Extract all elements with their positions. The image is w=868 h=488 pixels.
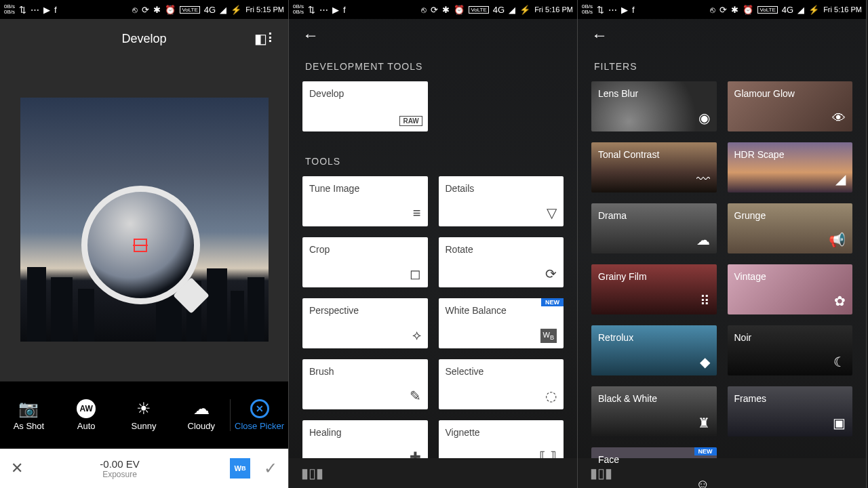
bottom-action-bar: ✕ -0.00 EV Exposure WB ✓ bbox=[0, 449, 288, 488]
compare-icon[interactable]: ◧⠇ bbox=[254, 30, 277, 47]
crop-icon: ◻ bbox=[410, 266, 421, 282]
filter-vintage[interactable]: Vintage✿ bbox=[728, 264, 853, 314]
filter-icon: ◆ bbox=[700, 354, 710, 370]
back-button[interactable]: ← bbox=[591, 26, 608, 45]
tool-perspective[interactable]: Perspective⟡ bbox=[302, 298, 428, 348]
play-icon: ▶ bbox=[43, 5, 50, 15]
tool-selective[interactable]: Selective◌ bbox=[439, 359, 564, 409]
wb-as-shot[interactable]: 📷As Shot bbox=[0, 399, 58, 431]
filters-panel: 0B/s0B/s ⇅⋯▶f ⎋⟳✱⏰ VoLTE 4G◢⚡ Fri 5:16 P… bbox=[578, 0, 867, 488]
filter-drama[interactable]: Drama☁ bbox=[591, 203, 717, 253]
wb-cloudy[interactable]: ☁Cloudy bbox=[172, 399, 230, 431]
clock: Fri 5:16 PM bbox=[534, 5, 573, 14]
filter-grunge[interactable]: Grunge📢 bbox=[728, 203, 853, 253]
tool-brush[interactable]: Brush✎ bbox=[302, 359, 428, 409]
network-icon: 4G bbox=[204, 5, 216, 15]
sync2-icon: ⟳ bbox=[142, 5, 149, 15]
raw-badge: RAW bbox=[399, 116, 422, 126]
more-icon: ⋯ bbox=[31, 5, 39, 15]
camera-icon: 📷 bbox=[18, 399, 39, 418]
filter-tonal-contrast[interactable]: Tonal Contrast〰 bbox=[591, 142, 717, 192]
filter-icon: ☁ bbox=[696, 232, 710, 248]
close-circle-icon: ✕ bbox=[250, 399, 269, 418]
tools-header: TOOLS bbox=[305, 156, 564, 167]
filter-icon: ♜ bbox=[698, 415, 710, 431]
filter-icon: ☺ bbox=[696, 476, 709, 488]
white-balance-presets: 📷As Shot AWAuto ☀Sunny ☁Cloudy ✕Close Pi… bbox=[0, 381, 288, 449]
status-bar: 0B/s0B/s ⇅⋯▶f ⎋⟳✱⏰ VoLTE 4G◢⚡ Fri 5:16 P… bbox=[289, 0, 577, 19]
tools-grid: Tune Image≡Details▽Crop◻Rotate⟳Perspecti… bbox=[302, 176, 564, 470]
auto-icon: AW bbox=[77, 399, 96, 418]
tool-white-balance[interactable]: White BalanceNEWWB bbox=[439, 298, 564, 348]
image-canvas[interactable] bbox=[0, 58, 288, 381]
filter-icon: 📢 bbox=[829, 232, 846, 248]
filter-hdr-scape[interactable]: HDR Scape◢ bbox=[728, 142, 853, 192]
new-badge: NEW bbox=[541, 298, 564, 306]
filter-lens-blur[interactable]: Lens Blur◉ bbox=[591, 81, 717, 131]
filter-icon: 👁 bbox=[832, 110, 846, 126]
clock: Fri 5:15 PM bbox=[245, 5, 284, 14]
tune-icon: ≡ bbox=[413, 205, 421, 221]
wb-sunny[interactable]: ☀Sunny bbox=[115, 399, 173, 431]
selective-icon: ◌ bbox=[545, 388, 557, 404]
signal-icon: ◢ bbox=[220, 5, 226, 15]
bottom-nav: ▮▯▮ bbox=[289, 458, 577, 488]
rotate-icon: ⟳ bbox=[545, 266, 557, 282]
clock: Fri 5:16 PM bbox=[823, 5, 862, 14]
alarm-icon: ⏰ bbox=[165, 5, 176, 15]
perspective-icon: ⟡ bbox=[412, 327, 421, 343]
charging-icon: ⚡ bbox=[231, 5, 241, 15]
tools-panel: 0B/s0B/s ⇅⋯▶f ⎋⟳✱⏰ VoLTE 4G◢⚡ Fri 5:16 P… bbox=[289, 0, 578, 488]
histogram-icon[interactable]: ▮▯▮ bbox=[590, 465, 612, 481]
tool-crop[interactable]: Crop◻ bbox=[302, 237, 428, 287]
filter-icon: ◉ bbox=[698, 110, 710, 126]
bluetooth-icon: ✱ bbox=[153, 5, 161, 15]
sun-icon: ☀ bbox=[136, 399, 151, 418]
tool-rotate[interactable]: Rotate⟳ bbox=[439, 237, 564, 287]
photo[interactable] bbox=[20, 98, 269, 342]
filter-black-white[interactable]: Black & White♜ bbox=[591, 386, 717, 436]
filter-icon: ☾ bbox=[833, 354, 846, 370]
filter-icon: 〰 bbox=[696, 171, 710, 187]
sync-icon: ⇅ bbox=[19, 5, 26, 15]
filter-glamour-glow[interactable]: Glamour Glow👁 bbox=[728, 81, 853, 131]
cancel-button[interactable]: ✕ bbox=[11, 460, 23, 477]
filter-retrolux[interactable]: Retrolux◆ bbox=[591, 325, 717, 375]
location-icon: ⎋ bbox=[132, 5, 138, 15]
filter-noir[interactable]: Noir☾ bbox=[728, 325, 853, 375]
volte-icon: VoLTE bbox=[180, 6, 199, 14]
filter-icon: ⠿ bbox=[700, 293, 710, 309]
cloud-icon: ☁ bbox=[193, 399, 210, 418]
screen-title: Develop bbox=[121, 32, 166, 46]
status-bar: 0B/s0B/s ⇅⋯▶f ⎋⟳✱⏰ VoLTE 4G◢⚡ Fri 5:16 P… bbox=[578, 0, 866, 19]
develop-panel: 0B/s0B/s ⇅ ⋯ ▶ f ⎋ ⟳ ✱ ⏰ VoLTE 4G ◢ ⚡ Fr… bbox=[0, 0, 289, 488]
tool-tune-image[interactable]: Tune Image≡ bbox=[302, 176, 428, 226]
apply-button[interactable]: ✓ bbox=[264, 459, 277, 478]
facebook-icon: f bbox=[54, 5, 57, 15]
dev-tools-header: DEVELOPMENT TOOLS bbox=[305, 61, 564, 72]
color-picker-loupe[interactable] bbox=[81, 186, 200, 304]
wb-auto[interactable]: AWAuto bbox=[58, 399, 115, 431]
exposure-readout[interactable]: -0.00 EV Exposure bbox=[23, 458, 216, 479]
tool-details[interactable]: Details▽ bbox=[439, 176, 564, 226]
filter-frames[interactable]: Frames▣ bbox=[728, 386, 853, 436]
develop-card[interactable]: Develop RAW bbox=[302, 81, 428, 131]
filter-icon: ▣ bbox=[833, 415, 846, 431]
back-button[interactable]: ← bbox=[302, 26, 319, 45]
filter-icon: ✿ bbox=[834, 293, 846, 309]
close-picker-button[interactable]: ✕Close Picker bbox=[230, 399, 288, 431]
wb-tool-button[interactable]: WB bbox=[230, 458, 250, 479]
net-speed: 0B/s0B/s bbox=[4, 4, 15, 15]
app-header: Develop ◧⠇ bbox=[0, 19, 288, 58]
status-bar: 0B/s0B/s ⇅ ⋯ ▶ f ⎋ ⟳ ✱ ⏰ VoLTE 4G ◢ ⚡ Fr… bbox=[0, 0, 288, 19]
details-icon: ▽ bbox=[547, 205, 557, 221]
filter-grainy-film[interactable]: Grainy Film⠿ bbox=[591, 264, 717, 314]
wb-icon: WB bbox=[540, 329, 557, 343]
filters-grid: Lens Blur◉Glamour Glow👁Tonal Contrast〰HD… bbox=[591, 81, 852, 488]
filter-icon: ◢ bbox=[835, 171, 846, 187]
filters-header: FILTERS bbox=[594, 61, 852, 72]
brush-icon: ✎ bbox=[410, 388, 421, 404]
histogram-icon[interactable]: ▮▯▮ bbox=[301, 465, 323, 481]
